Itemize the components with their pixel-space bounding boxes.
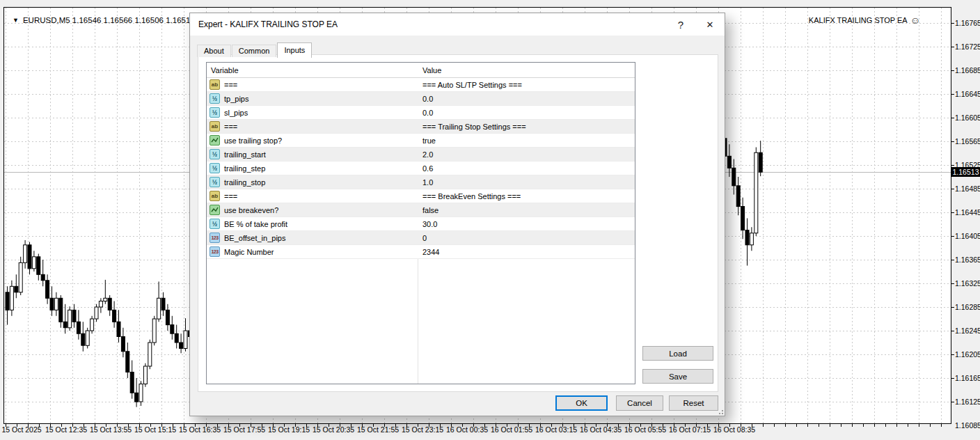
reset-button[interactable]: Reset (669, 395, 718, 411)
variable-cell: 123Magic Number (207, 246, 418, 257)
price-axis-label: 1.16245 (955, 327, 980, 335)
input-row[interactable]: ½BE % of take profit30.0 (207, 217, 635, 231)
variable-cell: ab=== (207, 121, 418, 132)
value-cell[interactable]: 2344 (418, 248, 439, 256)
time-axis-label: 16 Oct 01:55 (491, 425, 532, 434)
variable-cell: ½sl_pips (207, 107, 418, 118)
time-axis-label: 15 Oct 17:55 (223, 425, 265, 434)
variable-cell: ½tp_pips (207, 93, 418, 104)
dialog-tabs: About Common Inputs (197, 42, 313, 57)
value-cell[interactable]: 0.0 (418, 95, 433, 103)
time-axis-label: 15 Oct 13:55 (90, 425, 132, 434)
time-axis-label: 15 Oct 21:55 (357, 425, 399, 434)
variable-name: use trailing stop? (224, 136, 282, 145)
resize-grip[interactable] (718, 409, 723, 414)
variable-cell: ab=== (207, 191, 418, 201)
ea-active-smiley-icon[interactable]: ☺ (910, 17, 920, 24)
help-button[interactable]: ? (666, 13, 695, 36)
input-row[interactable]: use breakeven?false (207, 203, 635, 217)
input-row[interactable]: 123Magic Number2344 (207, 245, 635, 259)
value-cell[interactable]: 30.0 (418, 220, 437, 228)
time-axis-label: 16 Oct 04:35 (580, 425, 622, 434)
variable-name: BE_offset_in_pips (224, 234, 285, 242)
tab-common[interactable]: Common (232, 45, 277, 57)
value-cell[interactable]: === BreakEven Settings === (418, 192, 521, 201)
time-axis-label: 15 Oct 23:15 (402, 425, 443, 434)
symbol-ohlc-text: EURUSD,M5 1.16546 1.16566 1.16506 1.1651… (23, 16, 195, 24)
variable-name: === (224, 192, 237, 201)
double-param-icon: ½ (210, 219, 220, 229)
value-cell[interactable]: false (418, 206, 438, 214)
value-cell[interactable]: 2.0 (418, 150, 433, 159)
price-axis-label: 1.16685 (955, 66, 980, 74)
price-axis-label: 1.16525 (955, 161, 980, 169)
tab-inputs[interactable]: Inputs (277, 42, 312, 58)
variable-cell: 123BE_offset_in_pips (207, 233, 418, 243)
bool-param-icon (210, 135, 220, 146)
value-cell[interactable]: === Auto SL/TP Settings === (418, 81, 522, 89)
int-param-icon: 123 (210, 246, 220, 257)
variable-cell: ½BE % of take profit (207, 219, 418, 229)
input-row[interactable]: ½tp_pips0.0 (207, 92, 635, 106)
time-axis-label: 15 Oct 12:35 (45, 425, 87, 434)
input-row[interactable]: ½trailing_step0.6 (207, 162, 635, 175)
value-cell[interactable]: 0 (418, 234, 427, 242)
input-row[interactable]: ab====== Trailing Stop Settings === (207, 120, 635, 134)
close-icon[interactable]: ✕ (695, 13, 725, 36)
dialog-titlebar[interactable]: Expert - KALIFX TRAILING STOP EA ? ✕ (190, 13, 725, 36)
time-axis-label: 16 Oct 08:35 (713, 425, 755, 434)
variable-name: trailing_start (224, 150, 266, 159)
time-axis-label: 15 Oct 19:15 (268, 425, 310, 434)
input-row[interactable]: use trailing stop?true (207, 134, 635, 148)
input-row[interactable]: ab====== Auto SL/TP Settings === (207, 78, 635, 92)
time-axis-label: 16 Oct 03:15 (535, 425, 577, 434)
time-axis-label: 15 Oct 2025 (1, 425, 41, 434)
input-row[interactable]: ½sl_pips0.0 (207, 106, 635, 120)
time-axis-label: 16 Oct 05:55 (624, 425, 666, 434)
cancel-button[interactable]: Cancel (616, 395, 663, 411)
time-axis-label: 15 Oct 20:35 (313, 425, 354, 434)
price-axis-label: 1.16365 (955, 256, 980, 264)
double-param-icon: ½ (210, 93, 220, 104)
inputs-table-rows: ab====== Auto SL/TP Settings ===½tp_pips… (207, 78, 635, 259)
time-axis-label: 15 Oct 15:15 (134, 425, 176, 434)
ok-button[interactable]: OK (555, 395, 608, 411)
double-param-icon: ½ (210, 177, 220, 187)
input-row[interactable]: ab====== BreakEven Settings === (207, 189, 635, 203)
input-row[interactable]: ½trailing_start2.0 (207, 148, 635, 162)
price-axis-label: 1.16605 (955, 113, 980, 122)
value-cell[interactable]: === Trailing Stop Settings === (418, 123, 526, 131)
column-header-variable: Variable (207, 66, 418, 74)
value-cell[interactable]: true (418, 136, 436, 145)
variable-cell: use trailing stop? (207, 135, 418, 146)
double-param-icon: ½ (210, 163, 220, 173)
variable-name: tp_pips (224, 95, 248, 103)
value-cell[interactable]: 0.6 (418, 164, 433, 173)
input-row[interactable]: 123BE_offset_in_pips0 (207, 231, 635, 245)
inputs-table: Variable Value ab====== Auto SL/TP Setti… (206, 62, 635, 384)
price-axis-label: 1.16125 (955, 398, 980, 406)
variable-cell: use breakeven? (207, 205, 418, 215)
current-price-tag: 1.16513 (951, 167, 980, 177)
value-cell[interactable]: 1.0 (418, 178, 433, 187)
price-axis-label: 1.16485 (955, 184, 980, 193)
variable-name: Magic Number (224, 248, 274, 256)
dialog-title: Expert - KALIFX TRAILING STOP EA (190, 19, 666, 29)
string-param-icon: ab (210, 121, 220, 132)
price-axis-label: 1.16085 (955, 421, 980, 430)
variable-cell: ab=== (207, 79, 418, 90)
tab-about[interactable]: About (197, 45, 231, 57)
variable-name: trailing_step (224, 164, 265, 173)
price-axis-label: 1.16445 (955, 208, 980, 217)
price-axis-label: 1.16325 (955, 279, 980, 288)
load-button[interactable]: Load (642, 346, 713, 361)
double-param-icon: ½ (210, 107, 220, 118)
time-axis-label: 15 Oct 16:35 (179, 425, 221, 434)
symbol-dropdown-icon[interactable]: ▼ (13, 17, 19, 24)
save-button[interactable]: Save (642, 369, 713, 384)
value-cell[interactable]: 0.0 (418, 109, 433, 117)
string-param-icon: ab (210, 79, 220, 90)
ea-name-label: KALIFX TRAILING STOP EA ☺ (809, 16, 920, 24)
input-row[interactable]: ½trailing_stop1.0 (207, 175, 635, 189)
variable-name: use breakeven? (224, 206, 278, 214)
